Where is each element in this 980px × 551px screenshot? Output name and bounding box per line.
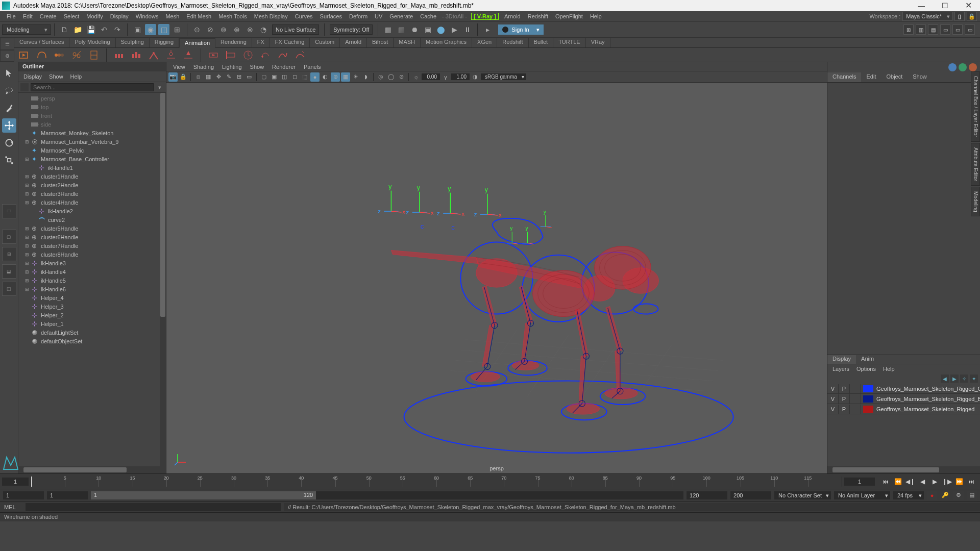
shelf-options-icon[interactable]: ⚙	[0, 50, 14, 62]
outliner-item[interactable]: ⊞ikHandle4	[18, 267, 166, 276]
outliner-item[interactable]: ⊞ikHandle6	[18, 285, 166, 293]
outliner-item[interactable]: ⊞Marmoset_Lumbar_Vertebra_9	[18, 137, 166, 146]
outliner-item[interactable]: Helper_1	[18, 319, 166, 328]
layer-row[interactable]: VPGeoffroys_Marmoset_Skeleton_Rigged_Co	[827, 384, 980, 394]
motion-trail-icon[interactable]	[52, 48, 66, 62]
layer-tab-anim[interactable]: Anim	[856, 355, 879, 364]
new-layer-selected-icon[interactable]: ✦	[970, 374, 978, 383]
playback-start-field[interactable]: 1	[47, 491, 88, 499]
outliner-search-input[interactable]	[31, 83, 154, 91]
layer-state-toggle[interactable]	[850, 384, 861, 393]
menu-display[interactable]: Display	[107, 13, 132, 19]
save-scene-icon[interactable]: 💾	[85, 24, 96, 35]
go-to-start-button[interactable]: ⏮	[880, 477, 891, 487]
outliner-item[interactable]: ⊞cluster2Handle	[18, 181, 166, 189]
outliner-item[interactable]: ⊞cluster1Handle	[18, 172, 166, 181]
toggle-cmd-icon[interactable]: ▭	[952, 24, 963, 35]
redo-icon[interactable]: ↷	[112, 24, 123, 35]
menu-redshift[interactable]: Redshift	[524, 13, 552, 19]
cg-output-icon[interactable]: ▦	[396, 24, 407, 35]
outliner-hscroll[interactable]	[18, 466, 166, 473]
shelf-tab-mash[interactable]: MASH	[394, 38, 421, 47]
grease-pencil-icon[interactable]: ✎	[224, 72, 233, 82]
time-track[interactable]: 5101520253035404550556065707580859095100…	[31, 477, 842, 487]
xray-joints-icon[interactable]: ⊘	[397, 72, 406, 82]
expand-icon[interactable]: ⊞	[23, 183, 31, 188]
safe-action-icon[interactable]: ▣	[270, 72, 279, 82]
channelbox-menu-edit[interactable]: Edit	[861, 72, 881, 82]
outliner-item[interactable]: Helper_2	[18, 311, 166, 319]
menu-uv[interactable]: UV	[371, 13, 386, 19]
maximize-button[interactable]: ☐	[933, 0, 957, 11]
sidebar-toggle-icon[interactable]: ▯	[954, 12, 965, 21]
outliner-item[interactable]: Helper_3	[18, 302, 166, 311]
set-key-button[interactable]: 🔑	[940, 491, 950, 500]
viewport-3d[interactable]: yzxyzxcyzxcyzxyyy persp	[166, 83, 827, 473]
command-input[interactable]	[26, 503, 281, 511]
pause-render-icon[interactable]: ⏸	[462, 24, 473, 35]
smooth-shade-icon[interactable]: ●	[310, 72, 320, 82]
shelf-tab-xgen[interactable]: XGen	[472, 38, 497, 47]
menu-edit-mesh[interactable]: Edit Mesh	[183, 13, 215, 19]
layout-two-h-icon[interactable]: ⬓	[2, 264, 16, 279]
lasso-tool[interactable]	[2, 84, 16, 98]
grid-icon[interactable]: ⊞	[234, 72, 243, 82]
toggle-help-icon[interactable]: ▭	[965, 24, 975, 35]
select-tool[interactable]	[2, 66, 16, 81]
outliner-item[interactable]: side	[18, 120, 166, 129]
select-object-icon[interactable]: ◉	[145, 24, 156, 35]
plugin-3dtoall-menu[interactable]: - 3DtoAll -	[440, 13, 469, 19]
layer-menu-options[interactable]: Options	[853, 366, 879, 372]
menu-modify[interactable]: Modify	[83, 13, 106, 19]
shelf-tab-turtle[interactable]: TURTLE	[553, 38, 586, 47]
new-layer-icon[interactable]: ✧	[960, 374, 968, 383]
playblast-icon[interactable]	[17, 48, 32, 62]
shelf-tab-arnold[interactable]: Arnold	[340, 38, 367, 47]
live-surface-dropdown[interactable]: No Live Surface	[272, 24, 319, 35]
outliner-item[interactable]: ikHandle2	[18, 207, 166, 215]
snap-grid-icon[interactable]: ⊙	[191, 24, 203, 35]
bookmarks-icon[interactable]: ⧈	[193, 72, 203, 82]
layout-single-icon[interactable]: ▢	[2, 230, 16, 244]
layer-row[interactable]: VPGeoffroys_Marmoset_Skeleton_Rigged_Bo	[827, 394, 980, 404]
workspace-selector[interactable]: Maya Classic*	[902, 12, 952, 21]
colorspace-dropdown[interactable]: sRGB gamma	[481, 73, 526, 80]
viewport-menu-panels[interactable]: Panels	[300, 64, 325, 70]
outliner-tree[interactable]: persptopfrontsideMarmoset_Monkey_Skeleto…	[18, 93, 166, 466]
vray-menu[interactable]: [ V-Ray ]	[471, 13, 499, 20]
make-live-icon[interactable]: ◔	[258, 24, 269, 35]
side-tab-attribute[interactable]: Attribute Editor	[971, 143, 980, 186]
outliner-item[interactable]: ⊞cluster8Handle	[18, 250, 166, 259]
use-all-lights-icon[interactable]: ☀	[351, 72, 360, 82]
range-track[interactable]: 1120	[91, 491, 683, 499]
step-back-key-button[interactable]: ⏪	[892, 477, 903, 487]
snap-plane-icon[interactable]: ⊛	[231, 24, 242, 35]
shelf-tab-fx[interactable]: FX	[252, 38, 270, 47]
exposure-value[interactable]: 0.00	[422, 73, 440, 80]
use-default-mat-icon[interactable]: ◐	[321, 72, 330, 82]
layer-row[interactable]: VPGeoffroys_Marmoset_Skeleton_Rigged	[827, 404, 980, 414]
layer-playback-toggle[interactable]: P	[839, 405, 850, 414]
shelf-tab-vray[interactable]: VRay	[586, 38, 610, 47]
layer-visibility-toggle[interactable]: V	[827, 384, 839, 393]
search-dropdown-icon[interactable]: ▾	[156, 84, 164, 91]
shelf-tab-motion-graphics[interactable]: Motion Graphics	[421, 38, 472, 47]
exposure-icon[interactable]: ☼	[411, 72, 421, 82]
channel-layer-toggle-3-icon[interactable]	[969, 63, 977, 71]
expand-icon[interactable]: ⊞	[23, 278, 31, 283]
rotate-pose-icon[interactable]	[258, 48, 273, 62]
set-anim-key-icon[interactable]	[129, 48, 143, 62]
channelbox-menu-object[interactable]: Object	[881, 72, 908, 82]
outliner-item[interactable]: ⊞cluster6Handle	[18, 233, 166, 241]
channelbox-menu-channels[interactable]: Channels	[827, 72, 861, 82]
safe-title-icon[interactable]: ◫	[280, 72, 289, 82]
dope-sheet-icon[interactable]	[293, 48, 307, 62]
character-set-dropdown[interactable]: No Character Set	[774, 491, 831, 499]
film-gate-icon[interactable]: ▭	[244, 72, 254, 82]
expand-icon[interactable]: ⊞	[23, 235, 31, 240]
xray-icon[interactable]: ◯	[386, 72, 396, 82]
menu-surfaces[interactable]: Surfaces	[316, 13, 346, 19]
layer-playback-toggle[interactable]: P	[839, 384, 850, 393]
menu-openflight[interactable]: OpenFlight	[552, 13, 586, 19]
outliner-item[interactable]: ⊞cluster5Handle	[18, 224, 166, 233]
